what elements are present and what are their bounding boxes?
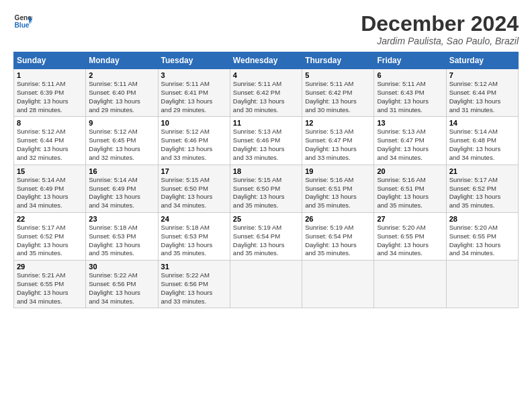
day-info: Daylight: 13 hours xyxy=(233,241,299,250)
day-info: Daylight: 13 hours xyxy=(17,289,83,298)
day-number: 28 xyxy=(449,215,515,223)
day-info: and 30 minutes. xyxy=(305,106,371,115)
day-info: Sunset: 6:56 PM xyxy=(161,280,227,289)
day-info: Sunrise: 5:22 AM xyxy=(161,271,227,280)
day-number: 8 xyxy=(17,119,83,127)
day-info: Sunset: 6:54 PM xyxy=(305,232,371,241)
day-info: Sunset: 6:54 PM xyxy=(233,232,299,241)
day-info: and 35 minutes. xyxy=(233,201,299,210)
day-info: Sunset: 6:44 PM xyxy=(449,89,515,97)
day-number: 26 xyxy=(305,215,371,223)
day-info: Sunrise: 5:18 AM xyxy=(161,224,227,232)
day-info: Sunrise: 5:15 AM xyxy=(233,176,299,185)
day-info: and 31 minutes. xyxy=(449,106,515,115)
day-info: Daylight: 13 hours xyxy=(161,193,227,201)
day-info: Daylight: 13 hours xyxy=(377,193,443,201)
day-info: Sunset: 6:45 PM xyxy=(89,136,154,145)
day-number: 15 xyxy=(17,167,83,175)
calendar-cell: 29Sunrise: 5:21 AMSunset: 6:55 PMDayligh… xyxy=(14,261,86,308)
day-number: 7 xyxy=(449,71,515,79)
day-info: Daylight: 13 hours xyxy=(161,145,227,154)
day-info: Sunrise: 5:14 AM xyxy=(449,128,515,136)
day-info: and 30 minutes. xyxy=(233,106,299,115)
day-info: and 32 minutes. xyxy=(17,154,83,163)
day-info: and 34 minutes. xyxy=(377,249,443,258)
day-info: Sunrise: 5:11 AM xyxy=(17,80,83,89)
calendar-week-4: 22Sunrise: 5:17 AMSunset: 6:52 PMDayligh… xyxy=(14,212,519,260)
calendar-table: SundayMondayTuesdayWednesdayThursdayFrid… xyxy=(13,52,519,308)
calendar-cell: 4Sunrise: 5:11 AMSunset: 6:42 PMDaylight… xyxy=(230,69,302,117)
day-info: Daylight: 13 hours xyxy=(89,289,154,298)
day-info: Sunrise: 5:12 AM xyxy=(449,80,515,89)
day-number: 6 xyxy=(377,71,443,79)
day-info: Sunrise: 5:20 AM xyxy=(449,224,515,232)
svg-text:Blue: Blue xyxy=(15,21,30,29)
day-info: Sunset: 6:53 PM xyxy=(89,232,154,241)
day-info: Sunrise: 5:12 AM xyxy=(89,128,154,136)
day-info: Sunrise: 5:13 AM xyxy=(233,128,299,136)
day-info: Sunrise: 5:13 AM xyxy=(377,128,443,136)
day-info: Daylight: 13 hours xyxy=(233,193,299,201)
day-info: Sunrise: 5:19 AM xyxy=(305,224,371,232)
day-info: Daylight: 13 hours xyxy=(449,241,515,250)
day-number: 14 xyxy=(449,119,515,127)
day-info: and 35 minutes. xyxy=(305,249,371,258)
calendar-cell: 19Sunrise: 5:16 AMSunset: 6:51 PMDayligh… xyxy=(302,165,374,212)
day-info: Daylight: 13 hours xyxy=(161,241,227,250)
day-info: and 35 minutes. xyxy=(233,249,299,258)
day-info: Sunset: 6:39 PM xyxy=(17,89,83,97)
calendar-cell: 22Sunrise: 5:17 AMSunset: 6:52 PMDayligh… xyxy=(14,212,86,260)
header: General Blue December 2024 Jardim Paulis… xyxy=(13,12,519,46)
day-info: Sunset: 6:52 PM xyxy=(17,232,83,241)
calendar-cell: 3Sunrise: 5:11 AMSunset: 6:41 PMDaylight… xyxy=(158,69,230,117)
day-info: Daylight: 13 hours xyxy=(17,193,83,201)
day-info: Sunset: 6:50 PM xyxy=(233,185,299,193)
day-info: and 29 minutes. xyxy=(161,106,227,115)
day-info: Sunset: 6:42 PM xyxy=(233,89,299,97)
day-number: 30 xyxy=(89,263,154,271)
day-info: and 33 minutes. xyxy=(233,154,299,163)
day-info: Sunset: 6:55 PM xyxy=(17,280,83,289)
day-info: Sunset: 6:51 PM xyxy=(305,185,371,193)
day-info: Daylight: 13 hours xyxy=(449,193,515,201)
day-info: Sunset: 6:42 PM xyxy=(305,89,371,97)
day-info: and 34 minutes. xyxy=(161,201,227,210)
day-info: and 33 minutes. xyxy=(161,154,227,163)
day-number: 17 xyxy=(161,167,227,175)
calendar-cell: 7Sunrise: 5:12 AMSunset: 6:44 PMDaylight… xyxy=(446,69,518,117)
day-info: Daylight: 13 hours xyxy=(305,97,371,106)
location: Jardim Paulista, Sao Paulo, Brazil xyxy=(361,36,519,46)
calendar-cell: 8Sunrise: 5:12 AMSunset: 6:44 PMDaylight… xyxy=(14,117,86,165)
day-info: and 33 minutes. xyxy=(305,154,371,163)
calendar-cell xyxy=(374,261,446,308)
day-number: 12 xyxy=(305,119,371,127)
calendar-cell: 2Sunrise: 5:11 AMSunset: 6:40 PMDaylight… xyxy=(86,69,158,117)
day-info: Daylight: 13 hours xyxy=(17,97,83,106)
day-info: and 32 minutes. xyxy=(89,154,154,163)
calendar-header-row: SundayMondayTuesdayWednesdayThursdayFrid… xyxy=(14,52,519,69)
day-number: 29 xyxy=(17,263,83,271)
day-info: Daylight: 13 hours xyxy=(449,97,515,106)
day-number: 19 xyxy=(305,167,371,175)
calendar-cell: 12Sunrise: 5:13 AMSunset: 6:47 PMDayligh… xyxy=(302,117,374,165)
day-info: Daylight: 13 hours xyxy=(89,97,154,106)
day-header-monday: Monday xyxy=(86,52,158,69)
calendar-cell: 21Sunrise: 5:17 AMSunset: 6:52 PMDayligh… xyxy=(446,165,518,212)
day-info: Sunrise: 5:17 AM xyxy=(17,224,83,232)
day-header-saturday: Saturday xyxy=(446,52,518,69)
calendar-cell: 28Sunrise: 5:20 AMSunset: 6:55 PMDayligh… xyxy=(446,212,518,260)
day-info: and 35 minutes. xyxy=(17,249,83,258)
day-info: Daylight: 13 hours xyxy=(233,145,299,154)
calendar-cell: 20Sunrise: 5:16 AMSunset: 6:51 PMDayligh… xyxy=(374,165,446,212)
day-info: Sunset: 6:47 PM xyxy=(377,136,443,145)
day-info: Sunrise: 5:11 AM xyxy=(89,80,154,89)
day-info: Sunrise: 5:22 AM xyxy=(89,271,154,280)
calendar-cell: 31Sunrise: 5:22 AMSunset: 6:56 PMDayligh… xyxy=(158,261,230,308)
calendar-cell: 17Sunrise: 5:15 AMSunset: 6:50 PMDayligh… xyxy=(158,165,230,212)
day-info: Sunset: 6:40 PM xyxy=(89,89,154,97)
day-info: Sunset: 6:55 PM xyxy=(377,232,443,241)
calendar-cell: 23Sunrise: 5:18 AMSunset: 6:53 PMDayligh… xyxy=(86,212,158,260)
day-info: Sunset: 6:52 PM xyxy=(449,185,515,193)
day-info: Sunrise: 5:11 AM xyxy=(305,80,371,89)
day-info: and 35 minutes. xyxy=(449,201,515,210)
